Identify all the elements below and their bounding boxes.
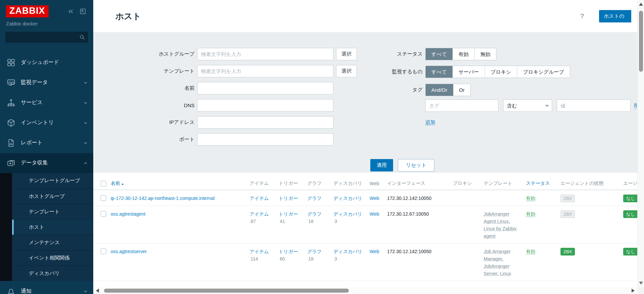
sidebar-search: [5, 32, 88, 43]
tag-logic-option-or[interactable]: Or: [453, 84, 471, 96]
status-option-disabled[interactable]: 無効: [474, 48, 496, 60]
template-link[interactable]: JobArranger Agent Linux: [484, 211, 509, 224]
ip-input[interactable]: [197, 116, 333, 129]
name-input[interactable]: [197, 82, 333, 94]
host-templates: Job Arranger Manager, JobArranger Server…: [481, 243, 523, 281]
monitored-by-option-all[interactable]: すべて: [426, 66, 452, 78]
table-row: oss.agtrestagent アイテム 87 トリガー 41 グラフ 18 …: [93, 206, 637, 243]
template-link[interactable]: Job Arranger Manager: [484, 249, 511, 262]
tag-value-input[interactable]: [557, 99, 631, 112]
monitored-by-option-proxy-group[interactable]: プロキシグループ: [517, 66, 570, 78]
sidebar-item-dashboard[interactable]: ダッシュボード: [0, 53, 93, 73]
host-interface: 172.30.12.142:10050: [387, 196, 431, 201]
graphs-link[interactable]: グラフ: [307, 211, 322, 217]
host-group-select-button[interactable]: 選択: [336, 48, 357, 60]
monitored-by-option-server[interactable]: サーバー: [452, 66, 485, 78]
triggers-link[interactable]: トリガー: [279, 211, 298, 217]
create-host-button[interactable]: ホストの: [599, 10, 631, 22]
discovery-link[interactable]: ディスカバリ: [333, 249, 362, 254]
sidebar-item-data-collection[interactable]: データ収集: [0, 153, 93, 173]
dns-filter-label: DNS: [93, 102, 197, 108]
host-status-link[interactable]: 有効: [526, 211, 535, 217]
row-checkbox[interactable]: [101, 211, 106, 217]
horizontal-scrollbar[interactable]: [93, 287, 637, 294]
reset-button[interactable]: リセット: [398, 159, 434, 171]
template-link[interactable]: Linux by Zabbix agent: [484, 226, 517, 239]
triggers-link[interactable]: トリガー: [279, 249, 298, 254]
submenu-item-maintenance[interactable]: メンテナンス: [12, 235, 93, 250]
host-status-link[interactable]: 有効: [526, 196, 535, 201]
host-name-link[interactable]: oss.agtrestagent: [111, 211, 146, 217]
host-group-input[interactable]: [197, 48, 333, 60]
template-link[interactable]: Linux: [500, 271, 511, 276]
dashboard-icon: [7, 58, 15, 67]
main-area: ホスト ? ホストの ホストグループ 選択 テンプレート: [93, 0, 644, 294]
hide-sidebar-icon[interactable]: [79, 8, 87, 15]
submenu-item-hosts[interactable]: ホスト: [12, 219, 93, 235]
search-icon[interactable]: [79, 34, 85, 40]
submenu-item-discovery[interactable]: ディスカバリ: [12, 266, 93, 281]
row-checkbox[interactable]: [101, 248, 106, 254]
row-checkbox[interactable]: [101, 195, 106, 201]
page-title: ホスト: [115, 11, 141, 22]
host-status-link[interactable]: 有効: [526, 249, 535, 254]
dns-input[interactable]: [197, 99, 333, 112]
items-link[interactable]: アイテム: [250, 211, 269, 217]
template-select-button[interactable]: 選択: [336, 65, 357, 77]
host-name-link[interactable]: oss.agtrestserver: [111, 249, 147, 254]
apply-button[interactable]: 適用: [370, 159, 393, 171]
port-input[interactable]: [197, 133, 333, 146]
tag-add-link[interactable]: 追加: [425, 119, 435, 125]
submenu-item-label: メンテナンス: [29, 239, 60, 246]
horizontal-scrollbar-thumb[interactable]: [104, 289, 349, 293]
filter-panel: ホストグループ 選択 テンプレート 選択 名前: [93, 32, 637, 173]
sidebar-item-monitoring[interactable]: 監視データ: [0, 73, 93, 93]
submenu-item-template-groups[interactable]: テンプレートグループ: [12, 173, 93, 189]
template-input[interactable]: [197, 65, 333, 77]
scroll-up-arrow-icon[interactable]: [639, 3, 643, 6]
host-name-link[interactable]: ip-172-30-12-142.ap-northeast-1.compute.…: [111, 196, 215, 201]
sidebar-item-notifications[interactable]: 通知: [0, 281, 93, 294]
vertical-scrollbar-thumb[interactable]: [639, 11, 643, 72]
submenu-item-templates[interactable]: テンプレート: [12, 204, 93, 219]
discovery-link[interactable]: ディスカバリ: [333, 211, 362, 217]
items-link[interactable]: アイテム: [250, 196, 269, 201]
web-link[interactable]: Web: [370, 196, 379, 201]
column-header-name[interactable]: 名前: [111, 180, 120, 186]
sidebar-item-reports[interactable]: レポート: [0, 133, 93, 153]
zabbix-logo[interactable]: ZABBIX: [6, 5, 49, 17]
submenu-item-label: テンプレートグループ: [29, 177, 80, 184]
scroll-left-arrow-icon[interactable]: [96, 289, 99, 293]
select-all-checkbox[interactable]: [101, 181, 106, 187]
status-option-all[interactable]: すべて: [426, 48, 452, 60]
filter-right-column: ステータス すべて 有効 無効 監視するもの すべて サーバー: [362, 48, 639, 150]
sidebar-item-inventory[interactable]: インベントリ: [0, 113, 93, 133]
scroll-right-arrow-icon[interactable]: [632, 289, 635, 293]
triggers-link[interactable]: トリガー: [279, 196, 298, 201]
graphs-link[interactable]: グラフ: [307, 249, 322, 254]
hosts-table-container: 名前▲ アイテム トリガー グラフ ディスカバリ Web インターフェース プロ…: [93, 173, 637, 287]
tag-operator-select[interactable]: 含む: [503, 99, 552, 112]
scroll-down-arrow-icon[interactable]: [639, 282, 643, 285]
sidebar-search-input[interactable]: [5, 32, 88, 43]
sidebar-item-services[interactable]: サービス: [0, 93, 93, 113]
status-option-enabled[interactable]: 有効: [452, 48, 474, 60]
tag-logic-option-andor[interactable]: And/Or: [426, 84, 453, 96]
host-templates: JobArranger Agent Linux, Linux by Zabbix…: [481, 206, 523, 243]
items-link[interactable]: アイテム: [250, 249, 269, 254]
triggers-count: 41: [280, 219, 285, 224]
column-header-status[interactable]: ステータス: [526, 180, 550, 186]
web-link[interactable]: Web: [370, 211, 379, 217]
vertical-scrollbar[interactable]: [637, 0, 644, 287]
help-icon[interactable]: ?: [578, 12, 586, 20]
graphs-link[interactable]: グラフ: [307, 196, 322, 201]
monitored-by-option-proxy[interactable]: プロキシ: [485, 66, 517, 78]
table-row: ip-172-30-12-142.ap-northeast-1.compute.…: [93, 190, 637, 206]
submenu-item-event-correlation[interactable]: イベント相関関係: [12, 250, 93, 266]
discovery-link[interactable]: ディスカバリ: [333, 196, 362, 201]
graphs-count: 18: [308, 256, 314, 262]
collapse-sidebar-icon[interactable]: [67, 8, 74, 15]
web-link[interactable]: Web: [370, 249, 379, 254]
tag-name-input[interactable]: [425, 99, 498, 112]
submenu-item-host-groups[interactable]: ホストグループ: [12, 189, 93, 204]
